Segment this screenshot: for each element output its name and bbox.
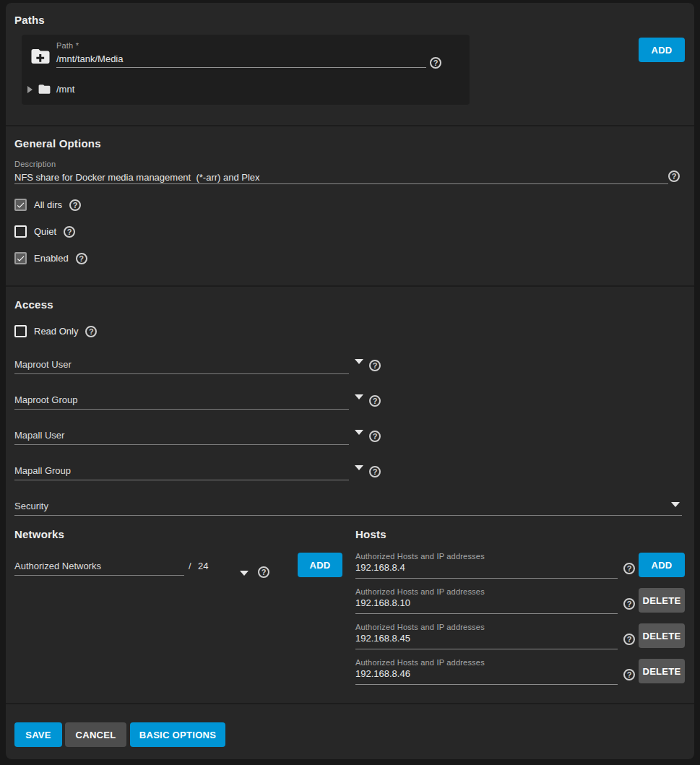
tree-node-label: /mnt [56, 84, 74, 95]
maproot-group-label: Maproot Group [14, 394, 77, 405]
nfs-share-form: Paths Path * /mnt/tank/Media ? /mnt [6, 3, 694, 759]
basic-options-button[interactable]: BASIC OPTIONS [130, 722, 225, 747]
general-options-section: General Options Description NFS share fo… [6, 125, 694, 285]
readonly-checkbox[interactable] [14, 325, 27, 337]
folder-add-icon[interactable] [30, 46, 51, 67]
access-title: Access [14, 298, 53, 311]
quiet-row: Quiet ? [14, 225, 75, 238]
mapall-group-label: Mapall Group [14, 465, 71, 476]
alldirs-label: All dirs [34, 199, 62, 210]
host-value-4: 192.168.8.46 [355, 668, 410, 679]
mapall-user-help-icon[interactable]: ? [369, 431, 381, 442]
host-value-2: 192.168.8.10 [355, 597, 410, 608]
mapall-group-dropdown-icon[interactable] [355, 465, 363, 470]
maproot-user-help-icon[interactable]: ? [369, 360, 381, 371]
networks-title: Networks [14, 528, 64, 540]
readonly-help-icon[interactable]: ? [85, 326, 97, 337]
netmask-dropdown-icon[interactable] [240, 571, 249, 576]
description-input[interactable]: Description NFS share for Docker media m… [14, 160, 668, 184]
host-input-4[interactable]: Authorized Hosts and IP addresses 192.16… [355, 657, 618, 685]
host-input-3[interactable]: Authorized Hosts and IP addresses 192.16… [355, 622, 618, 649]
authorized-networks-label: Authorized Networks [14, 561, 101, 571]
maproot-user-label: Maproot User [14, 359, 72, 370]
host-delete-button-2[interactable]: DELETE [639, 588, 685, 613]
host-help-icon-2[interactable]: ? [623, 598, 635, 610]
networks-help-icon[interactable]: ? [258, 566, 269, 578]
security-label: Security [14, 501, 48, 511]
mapall-group-help-icon[interactable]: ? [369, 466, 381, 477]
host-label-2: Authorized Hosts and IP addresses [355, 587, 485, 596]
paths-add-button[interactable]: ADD [639, 38, 685, 62]
host-label-3: Authorized Hosts and IP addresses [355, 623, 485, 631]
security-dropdown-icon[interactable] [671, 502, 680, 507]
save-button[interactable]: SAVE [14, 722, 62, 747]
maproot-group-dropdown-icon[interactable] [355, 394, 363, 399]
hosts-title: Hosts [355, 528, 386, 540]
netmask-separator: / [189, 561, 191, 571]
access-section: Access Read Only ? Maproot User ? Maproo… [6, 285, 694, 519]
mapall-group-select[interactable]: Mapall Group ? [14, 457, 349, 480]
networks-add-button[interactable]: ADD [298, 553, 342, 577]
maproot-user-dropdown-icon[interactable] [355, 359, 363, 364]
host-value-1: 192.168.8.4 [355, 562, 405, 573]
tree-node-mnt[interactable]: /mnt [27, 82, 74, 96]
path-label: Path * [56, 41, 426, 50]
alldirs-checkbox[interactable] [14, 199, 27, 211]
paths-section: Paths Path * /mnt/tank/Media ? /mnt [6, 3, 694, 125]
form-footer: SAVE CANCEL BASIC OPTIONS [6, 703, 694, 759]
hosts-add-button[interactable]: ADD [639, 553, 685, 577]
authorized-networks-input[interactable]: Authorized Networks [14, 553, 184, 576]
host-value-3: 192.168.8.45 [355, 633, 410, 644]
quiet-help-icon[interactable]: ? [64, 226, 75, 238]
security-select[interactable]: Security [14, 493, 682, 516]
description-value: NFS share for Docker media management (*… [14, 172, 668, 183]
maproot-group-select[interactable]: Maproot Group ? [14, 386, 349, 410]
quiet-label: Quiet [34, 226, 56, 237]
quiet-checkbox[interactable] [14, 225, 27, 238]
maproot-group-help-icon[interactable]: ? [369, 395, 381, 407]
host-help-icon-4[interactable]: ? [623, 669, 635, 680]
networks-hosts-section: Networks Authorized Networks / 24 ? ADD … [6, 519, 694, 703]
path-value: /mnt/tank/Media [56, 53, 426, 64]
path-picker-panel: Path * /mnt/tank/Media ? /mnt [22, 35, 470, 105]
enabled-label: Enabled [34, 253, 69, 264]
maproot-user-select[interactable]: Maproot User ? [14, 351, 349, 374]
host-help-icon-3[interactable]: ? [623, 634, 635, 645]
alldirs-row: All dirs ? [14, 199, 81, 211]
general-options-title: General Options [14, 137, 101, 150]
alldirs-help-icon[interactable]: ? [69, 199, 81, 211]
mapall-user-dropdown-icon[interactable] [355, 430, 363, 435]
description-label: Description [14, 160, 668, 168]
paths-section-title: Paths [14, 14, 45, 26]
host-input-1[interactable]: Authorized Hosts and IP addresses 192.16… [355, 551, 618, 579]
enabled-help-icon[interactable]: ? [76, 253, 87, 264]
mapall-user-select[interactable]: Mapall User ? [14, 422, 349, 445]
description-help-icon[interactable]: ? [668, 170, 680, 182]
mapall-user-label: Mapall User [14, 430, 64, 441]
host-input-2[interactable]: Authorized Hosts and IP addresses 192.16… [355, 587, 618, 614]
path-input[interactable]: Path * /mnt/tank/Media [56, 41, 426, 68]
netmask-select[interactable]: 24 [198, 561, 208, 571]
host-help-icon-1[interactable]: ? [623, 563, 635, 574]
host-delete-button-4[interactable]: DELETE [639, 659, 685, 683]
enabled-row: Enabled ? [14, 252, 87, 264]
path-help-icon[interactable]: ? [430, 57, 441, 69]
tree-expand-icon[interactable] [27, 86, 33, 93]
enabled-checkbox[interactable] [14, 252, 27, 264]
host-label-4: Authorized Hosts and IP addresses [355, 658, 485, 667]
host-label-1: Authorized Hosts and IP addresses [355, 552, 485, 561]
readonly-label: Read Only [34, 326, 78, 337]
folder-icon [38, 82, 51, 96]
cancel-button[interactable]: CANCEL [65, 722, 126, 747]
readonly-row: Read Only ? [14, 325, 97, 337]
host-delete-button-3[interactable]: DELETE [639, 623, 685, 648]
